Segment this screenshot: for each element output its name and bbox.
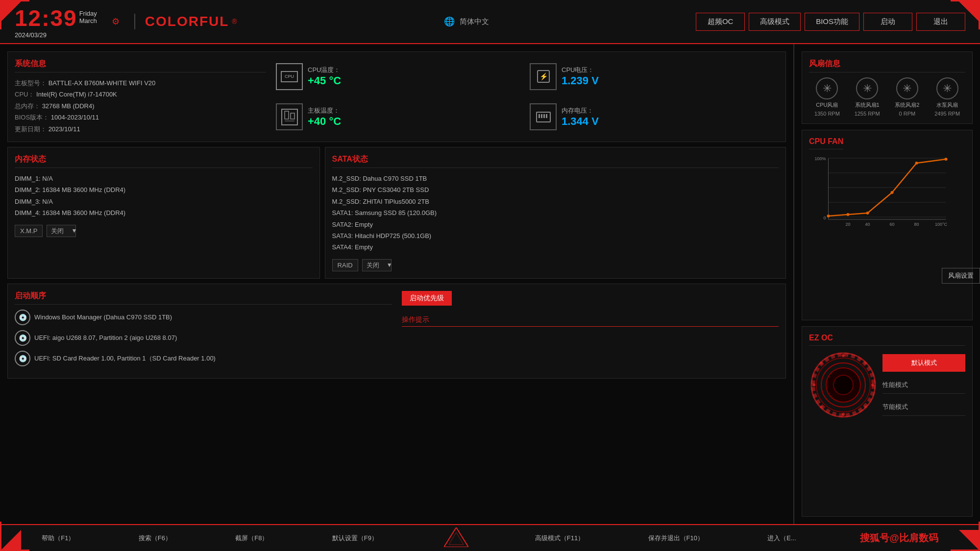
mem-volt-card: 内存电压： 1.344 V <box>530 103 779 130</box>
cpu-fan-chart-svg: 100% 0 20 40 60 80 100°C <box>809 153 965 232</box>
svg-point-43 <box>820 406 823 408</box>
footer-screenshot[interactable]: 截屏（F8） <box>235 534 268 543</box>
main-layout: 系统信息 主板型号： BATTLE-AX B760M-WHITE WIFI V2… <box>0 44 980 524</box>
footer-triangle <box>441 527 471 549</box>
svg-point-41 <box>820 361 823 364</box>
fan-info-section: 风扇信息 ✳ CPU风扇 1350 RPM ✳ 系统风扇1 1255 RPM <box>802 51 973 124</box>
raid-select[interactable]: 关闭 <box>362 259 392 271</box>
cpu-volt-card: ⚡ CPU电压： 1.239 V <box>530 63 779 90</box>
svg-text:40: 40 <box>865 222 870 227</box>
dimm3: DIMM_3: N/A <box>15 196 313 207</box>
fan-blade-1: ✳ <box>823 82 832 95</box>
bios-button[interactable]: BIOS功能 <box>805 13 859 31</box>
header: 12:39 Friday March 2024/03/29 ⚙ COLORFUL… <box>0 0 980 44</box>
m2-3: M.2_SSD: ZHITAI TiPlus5000 2TB <box>332 196 779 207</box>
advanced-button[interactable]: 高级模式 <box>749 13 801 31</box>
xmp-dropdown-row: X.M.P 关闭 ▼ <box>15 225 313 237</box>
globe-icon: 🌐 <box>444 16 455 27</box>
footer-search[interactable]: 搜索（F6） <box>139 534 172 543</box>
boot-section: 启动顺序 💿 Windows Boot Manager (Dahua C970 … <box>7 284 786 379</box>
brand-logo: ⚙ COLORFUL ® <box>112 14 237 29</box>
footer-advanced-mode[interactable]: 高级模式（F11） <box>535 534 584 543</box>
xmp-label: X.M.P <box>15 225 43 237</box>
dimm4: DIMM_4: 16384 MB 3600 MHz (DDR4) <box>15 207 313 218</box>
raid-dropdown-row: RAID 关闭 ▼ <box>332 259 779 271</box>
svg-point-40 <box>871 383 874 386</box>
fan-name-4: 水泵风扇 <box>936 101 958 109</box>
disk-icon-1: 💿 <box>15 310 30 325</box>
corner-decoration-bl <box>0 522 29 551</box>
sata2: SATA2: Empty <box>332 219 779 230</box>
board-temp-label: 主板温度： <box>308 106 341 115</box>
boot-right: 启动优先级 操作提示 <box>402 291 779 371</box>
cpu-fan-section: CPU FAN 风扇设置 100% 0 <box>802 130 973 320</box>
corner-decoration-tl <box>0 0 29 29</box>
corner-decoration-br <box>951 522 980 551</box>
svg-rect-7 <box>539 114 540 118</box>
cpu-fan-title: CPU FAN <box>809 137 843 149</box>
update-info: 更新日期： 2023/10/11 <box>15 123 266 135</box>
board-temp-info: 主板温度： +40 °C <box>308 106 341 128</box>
svg-rect-3 <box>285 111 289 119</box>
footer-enter-exit[interactable]: 进入（E... <box>767 534 796 543</box>
day-value: Friday <box>79 10 97 17</box>
sata4: SATA4: Empty <box>332 241 779 253</box>
svg-text:60: 60 <box>889 222 894 227</box>
sysinfo-section: 系统信息 主板型号： BATTLE-AX B760M-WHITE WIFI V2… <box>7 51 786 142</box>
fan-blade-4: ✳ <box>943 82 952 95</box>
fan-rpm-3: 0 RPM <box>899 111 916 117</box>
cpu-volt-info: CPU电压： 1.239 V <box>562 66 599 87</box>
boot-item-1: 💿 Windows Boot Manager (Dahua C970 SSD 1… <box>15 310 392 325</box>
svg-rect-9 <box>543 114 545 118</box>
header-left: 12:39 Friday March 2024/03/29 ⚙ COLORFUL… <box>15 5 237 39</box>
operations-hint-label: 操作提示 <box>402 315 779 327</box>
svg-point-38 <box>842 413 845 416</box>
gear-icon: ⚙ <box>112 16 120 27</box>
svg-rect-8 <box>541 114 542 118</box>
footer-help[interactable]: 帮助（F1） <box>42 534 74 543</box>
footer-default[interactable]: 默认设置（F9） <box>332 534 378 543</box>
svg-text:80: 80 <box>914 222 919 227</box>
month-value: March <box>79 17 97 24</box>
cpu-fan-chart-container: 100% 0 20 40 60 80 100°C <box>809 153 965 232</box>
svg-text:100°C: 100°C <box>935 222 948 227</box>
mem-volt-icon <box>530 103 557 130</box>
left-panel: 系统信息 主板型号： BATTLE-AX B760M-WHITE WIFI V2… <box>0 44 794 524</box>
fan-icon-4: ✳ <box>936 77 958 99</box>
svg-rect-10 <box>546 114 547 118</box>
boot-item-2: 💿 UEFI: aigo U268 8.07, Partition 2 (aig… <box>15 330 392 346</box>
svg-point-37 <box>842 354 845 357</box>
fan-icon-1: ✳ <box>816 77 838 99</box>
footer-save-exit[interactable]: 保存并退出（F10） <box>648 534 704 543</box>
xmp-select[interactable]: 关闭 <box>47 225 76 237</box>
oc-button[interactable]: 超频OC <box>696 13 745 31</box>
language-selector[interactable]: 🌐 简体中文 <box>237 16 696 27</box>
svg-rect-2 <box>282 109 297 125</box>
disk-icon-3: 💿 <box>15 351 30 366</box>
boot-button[interactable]: 启动 <box>863 13 912 31</box>
svg-marker-46 <box>449 532 464 545</box>
sata-section: SATA状态 M.2_SSD: Dahua C970 SSD 1TB M.2_S… <box>325 147 786 279</box>
language-label: 简体中文 <box>460 17 489 26</box>
fan-settings-button[interactable]: 风扇设置 <box>942 268 980 284</box>
boot-item-2-label: UEFI: aigo U268 8.07, Partition 2 (aigo … <box>34 334 177 341</box>
fan-grid: ✳ CPU风扇 1350 RPM ✳ 系统风扇1 1255 RPM ✳ <box>809 77 965 117</box>
svg-text:0: 0 <box>823 216 826 220</box>
default-mode-button[interactable]: 默认模式 <box>882 354 965 372</box>
fan-icon-3: ✳ <box>896 77 918 99</box>
svg-text:20: 20 <box>845 222 850 227</box>
fan-name-2: 系统风扇1 <box>855 101 880 109</box>
mem-volt-label: 内存电压： <box>562 106 599 115</box>
fan-item-1: ✳ CPU风扇 1350 RPM <box>809 77 845 117</box>
fan-info-title: 风扇信息 <box>809 59 965 72</box>
mem-volt-value: 1.344 V <box>562 115 599 128</box>
boot-item-3: 💿 UEFI: SD Card Reader 1.00, Partition 1… <box>15 351 392 366</box>
raid-label: RAID <box>332 259 358 271</box>
svg-text:⚡: ⚡ <box>539 72 548 81</box>
cpu-volt-icon: ⚡ <box>530 63 557 90</box>
sysinfo-title: 系统信息 <box>15 59 266 72</box>
fan-item-2: ✳ 系统风扇1 1255 RPM <box>849 77 885 117</box>
power-save-mode-label: 节能模式 <box>882 399 965 416</box>
mem-sata-row: 内存状态 DIMM_1: N/A DIMM_2: 16384 MB 3600 M… <box>7 147 786 279</box>
footer-watermark: 搜狐号@比肩数码 <box>860 531 938 545</box>
